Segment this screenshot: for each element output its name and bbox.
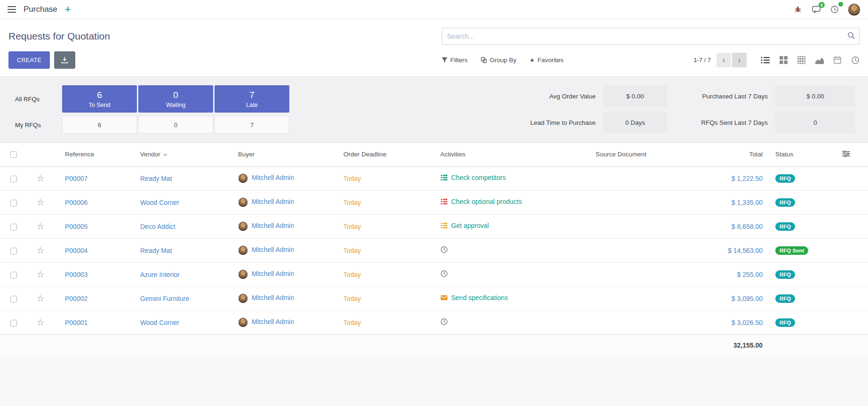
- favorite-star-icon[interactable]: ☆: [36, 221, 44, 231]
- row-checkbox[interactable]: [10, 320, 17, 326]
- bug-icon[interactable]: [793, 4, 803, 15]
- header-reference[interactable]: Reference: [54, 143, 140, 166]
- pager-next-button[interactable]: ›: [732, 53, 747, 67]
- row-checkbox[interactable]: [10, 224, 17, 230]
- row-checkbox[interactable]: [10, 248, 17, 254]
- vendor-link[interactable]: Wood Corner: [140, 319, 179, 326]
- status-badge: RFQ: [775, 222, 795, 231]
- optional-columns-icon[interactable]: [842, 152, 850, 159]
- row-checkbox[interactable]: [10, 176, 17, 182]
- reference-link[interactable]: P00003: [65, 271, 88, 278]
- row-checkbox[interactable]: [10, 200, 17, 206]
- buyer-link[interactable]: Mitchell Admin: [252, 222, 294, 229]
- my-to-send[interactable]: 6: [62, 116, 137, 134]
- row-checkbox[interactable]: [10, 296, 17, 302]
- header-activities[interactable]: Activities: [440, 143, 596, 166]
- sort-caret-icon: [163, 153, 167, 156]
- activities-icon[interactable]: [829, 4, 840, 15]
- row-checkbox[interactable]: [10, 272, 17, 278]
- pager-prev-button[interactable]: ‹: [717, 53, 731, 67]
- clock-activity-icon: [440, 270, 448, 277]
- mail-activity-icon: [440, 294, 448, 301]
- table-row[interactable]: ☆ P00004 Ready Mat Mitchell Admin Today …: [0, 238, 868, 262]
- select-all-checkbox[interactable]: [10, 151, 17, 158]
- my-late[interactable]: 7: [215, 116, 289, 134]
- buyer-link[interactable]: Mitchell Admin: [252, 246, 294, 253]
- list-activity-icon: [440, 198, 448, 205]
- view-kanban-icon[interactable]: [780, 56, 788, 64]
- search-input[interactable]: [442, 28, 860, 45]
- buyer-link[interactable]: Mitchell Admin: [252, 318, 294, 325]
- view-calendar-icon[interactable]: [834, 56, 841, 64]
- favorite-star-icon[interactable]: ☆: [36, 173, 44, 183]
- header-order-deadline[interactable]: Order Deadline: [343, 143, 440, 166]
- vendor-link[interactable]: Ready Mat: [140, 175, 172, 182]
- messages-icon[interactable]: 5: [811, 4, 821, 15]
- favorite-star-icon[interactable]: ☆: [36, 269, 44, 279]
- header-vendor[interactable]: Vendor: [140, 143, 238, 166]
- search-icon[interactable]: [847, 32, 855, 41]
- header-source-document[interactable]: Source Document: [596, 143, 699, 166]
- vendor-link[interactable]: Deco Addict: [140, 223, 175, 230]
- reference-link[interactable]: P00005: [65, 223, 88, 230]
- buyer-link[interactable]: Mitchell Admin: [252, 294, 294, 301]
- view-activity-icon[interactable]: [851, 56, 860, 65]
- activity-cell[interactable]: [440, 318, 451, 325]
- group-by-button[interactable]: Group By: [481, 57, 517, 64]
- my-waiting[interactable]: 0: [138, 116, 213, 134]
- favorite-star-icon[interactable]: ☆: [36, 197, 44, 207]
- view-pivot-icon[interactable]: [797, 56, 805, 64]
- filter-icon: [442, 57, 447, 63]
- menu-icon[interactable]: [8, 6, 16, 13]
- all-rfqs-label[interactable]: All RFQs: [15, 85, 61, 113]
- user-avatar[interactable]: [848, 3, 860, 16]
- reference-link[interactable]: P00007: [65, 175, 88, 182]
- tile-to-send[interactable]: 6 To Send: [62, 85, 137, 113]
- activity-cell[interactable]: Check optional products: [440, 198, 522, 205]
- activity-cell[interactable]: Check competitors: [440, 174, 506, 181]
- vendor-link[interactable]: Azure Interior: [140, 271, 180, 278]
- activity-cell[interactable]: [440, 246, 451, 253]
- reference-link[interactable]: P00001: [65, 319, 88, 326]
- table-row[interactable]: ☆ P00005 Deco Addict Mitchell Admin Toda…: [0, 214, 868, 238]
- header-total[interactable]: Total: [699, 143, 763, 166]
- tile-late[interactable]: 7 Late: [215, 85, 289, 113]
- reference-link[interactable]: P00006: [65, 199, 88, 206]
- table-row[interactable]: ☆ P00003 Azure Interior Mitchell Admin T…: [0, 262, 868, 286]
- vendor-link[interactable]: Ready Mat: [140, 247, 172, 254]
- buyer-link[interactable]: Mitchell Admin: [252, 198, 294, 205]
- filters-button[interactable]: Filters: [442, 57, 468, 64]
- vendor-link[interactable]: Wood Corner: [140, 199, 179, 206]
- table-row[interactable]: ☆ P00002 Gemini Furniture Mitchell Admin…: [0, 286, 868, 310]
- download-button[interactable]: [54, 51, 75, 69]
- total-amount: $ 3,026.50: [732, 319, 763, 326]
- favorite-star-icon[interactable]: ☆: [36, 245, 44, 255]
- buyer-link[interactable]: Mitchell Admin: [252, 174, 294, 181]
- header-buyer[interactable]: Buyer: [238, 143, 343, 166]
- view-switcher: [761, 56, 860, 65]
- group-by-icon: [481, 57, 487, 63]
- view-list-icon[interactable]: [761, 56, 770, 64]
- header-status[interactable]: Status: [763, 143, 824, 166]
- favorite-star-icon[interactable]: ☆: [36, 293, 44, 303]
- activity-cell[interactable]: Get approval: [440, 222, 489, 229]
- reference-link[interactable]: P00004: [65, 247, 88, 254]
- total-amount: $ 255.00: [737, 271, 763, 278]
- plus-icon[interactable]: +: [65, 5, 71, 14]
- favorites-button[interactable]: ★ Favorites: [530, 57, 564, 64]
- app-name[interactable]: Purchase: [24, 5, 57, 14]
- activity-cell[interactable]: Send specifications: [440, 294, 508, 301]
- reference-link[interactable]: P00002: [65, 295, 88, 302]
- vendor-link[interactable]: Gemini Furniture: [140, 295, 189, 302]
- table-row[interactable]: ☆ P00006 Wood Corner Mitchell Admin Toda…: [0, 190, 868, 214]
- tile-waiting[interactable]: 0 Waiting: [138, 85, 213, 113]
- view-graph-icon[interactable]: [815, 57, 824, 64]
- buyer-link[interactable]: Mitchell Admin: [252, 270, 294, 277]
- table-row[interactable]: ☆ P00007 Ready Mat Mitchell Admin Today …: [0, 166, 868, 190]
- favorite-star-icon[interactable]: ☆: [36, 317, 44, 327]
- activity-cell[interactable]: [440, 270, 451, 277]
- my-rfqs-label[interactable]: My RFQs: [15, 116, 61, 134]
- table-row[interactable]: ☆ P00001 Wood Corner Mitchell Admin Toda…: [0, 310, 868, 334]
- buyer-avatar: [238, 197, 248, 207]
- create-button[interactable]: CREATE: [8, 51, 50, 69]
